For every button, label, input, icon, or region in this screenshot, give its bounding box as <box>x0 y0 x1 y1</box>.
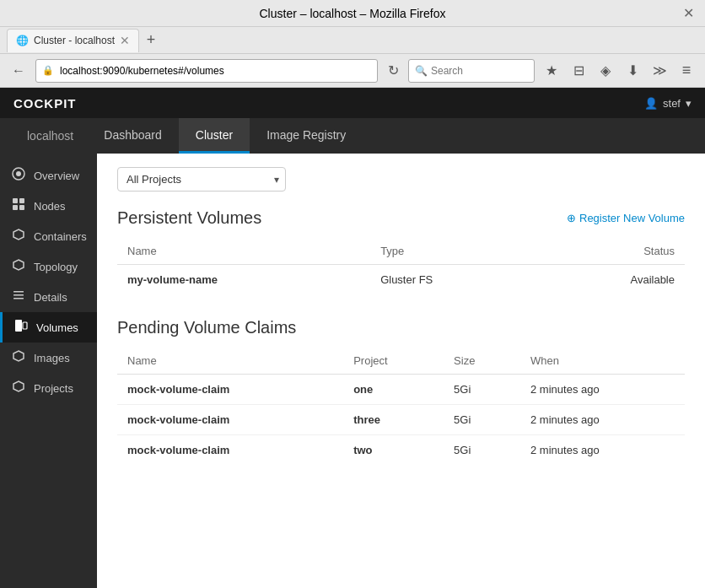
claim-size-2: 5Gi <box>444 435 520 466</box>
sidebar-label-volumes: Volumes <box>36 321 78 334</box>
reader-button[interactable]: ⊟ <box>567 59 590 83</box>
sidebar-label-overview: Overview <box>34 170 79 182</box>
sidebar-label-details: Details <box>34 291 67 304</box>
more-tools-button[interactable]: ≫ <box>648 59 671 83</box>
project-selector: All Projects one two three ▾ <box>117 167 685 192</box>
persistent-volumes-header: Persistent Volumes ⊕ Register New Volume <box>117 208 685 228</box>
nav-tabs: localhost Dashboard Cluster Image Regist… <box>0 118 705 154</box>
sidebar-item-images[interactable]: Images <box>0 343 97 373</box>
sidebar-label-images: Images <box>34 352 70 364</box>
persistent-volumes-thead: Name Type Status <box>117 238 685 265</box>
tab-close-button[interactable]: ✕ <box>120 34 130 47</box>
tab-bar: 🌐 Cluster - localhost ✕ + <box>0 27 705 54</box>
pending-volume-claims-title: Pending Volume Claims <box>117 318 685 337</box>
user-avatar-icon: 👤 <box>644 97 658 110</box>
browser-toolbar: ← 🔒 ↻ 🔍 ★ ⊟ ◈ ⬇ ≫ ≡ <box>0 54 705 88</box>
browser-menu-button[interactable]: ≡ <box>675 59 698 83</box>
volume-type: Gluster FS <box>370 265 536 295</box>
svg-rect-4 <box>13 205 18 210</box>
svg-rect-9 <box>13 294 24 296</box>
sidebar-label-projects: Projects <box>34 382 73 395</box>
browser-title: Cluster – localhost – Mozilla Firefox <box>260 7 446 20</box>
sidebar-item-containers[interactable]: Containers <box>0 221 97 251</box>
table-row: my-volume-name Gluster FS Available <box>117 265 685 295</box>
user-dropdown-icon: ▾ <box>686 97 692 110</box>
nodes-icon <box>10 197 27 214</box>
claim-size-1: 5Gi <box>444 405 520 435</box>
svg-marker-14 <box>13 381 24 391</box>
topology-icon <box>10 258 27 275</box>
download-button[interactable]: ⬇ <box>621 59 644 83</box>
svg-rect-11 <box>15 320 22 332</box>
sidebar-item-nodes[interactable]: Nodes <box>0 191 97 221</box>
browser-search-input[interactable] <box>408 59 535 83</box>
browser-close-button[interactable]: ✕ <box>681 7 695 20</box>
table-row: mock-volume-claim one 5Gi 2 minutes ago <box>117 375 685 405</box>
username: stef <box>663 97 681 110</box>
svg-marker-13 <box>13 351 24 361</box>
persistent-volumes-title: Persistent Volumes <box>117 208 261 228</box>
claim-size-0: 5Gi <box>444 375 520 405</box>
user-menu[interactable]: 👤 stef ▾ <box>644 97 692 110</box>
svg-marker-6 <box>13 229 24 240</box>
sidebar-label-topology: Topology <box>34 261 78 273</box>
reload-button[interactable]: ↻ <box>383 61 403 81</box>
sidebar-item-projects[interactable]: Projects <box>0 373 97 403</box>
claim-when-1: 2 minutes ago <box>520 405 685 435</box>
col-name: Name <box>117 238 370 265</box>
col-claim-when: When <box>520 348 685 375</box>
svg-rect-2 <box>13 198 18 203</box>
cockpit-topbar: COCKPIT 👤 stef ▾ <box>0 88 705 118</box>
svg-rect-10 <box>13 298 24 299</box>
app-container: COCKPIT 👤 stef ▾ localhost Dashboard Clu… <box>0 88 705 588</box>
tab-cluster[interactable]: Cluster <box>179 118 250 154</box>
overview-icon <box>10 167 27 184</box>
new-tab-button[interactable]: + <box>139 29 163 52</box>
sidebar: Overview Nodes Containers Topology <box>0 154 97 588</box>
pending-claims-tbody: mock-volume-claim one 5Gi 2 minutes ago … <box>117 375 685 466</box>
svg-rect-8 <box>13 291 24 293</box>
svg-point-1 <box>16 171 21 176</box>
svg-rect-12 <box>23 322 27 329</box>
claim-name-0: mock-volume-claim <box>117 375 343 405</box>
nav-host[interactable]: localhost <box>13 118 87 154</box>
containers-icon <box>10 228 27 245</box>
main-layout: Overview Nodes Containers Topology <box>0 154 705 588</box>
claim-when-2: 2 minutes ago <box>520 435 685 466</box>
col-claim-project: Project <box>343 348 444 375</box>
register-new-volume-link[interactable]: ⊕ Register New Volume <box>567 212 685 224</box>
claim-project-1: three <box>343 405 444 435</box>
content-area: All Projects one two three ▾ Persistent … <box>97 154 705 588</box>
claim-project-0: one <box>343 375 444 405</box>
sidebar-item-details[interactable]: Details <box>0 282 97 312</box>
svg-rect-5 <box>19 205 24 210</box>
toolbar-icons: ★ ⊟ ◈ ⬇ ≫ ≡ <box>540 59 698 83</box>
register-icon: ⊕ <box>567 212 576 224</box>
table-row: mock-volume-claim three 5Gi 2 minutes ag… <box>117 405 685 435</box>
sidebar-label-nodes: Nodes <box>34 200 66 213</box>
col-claim-size: Size <box>444 348 520 375</box>
col-claim-name: Name <box>117 348 343 375</box>
sidebar-item-topology[interactable]: Topology <box>0 251 97 282</box>
tab-image-registry[interactable]: Image Registry <box>250 118 363 154</box>
project-select[interactable]: All Projects one two three <box>117 167 286 192</box>
pending-volume-claims-table: Name Project Size When mock-volume-claim… <box>117 348 685 465</box>
project-select-wrapper: All Projects one two three ▾ <box>117 167 286 192</box>
volumes-icon <box>13 319 30 336</box>
browser-tab[interactable]: 🌐 Cluster - localhost ✕ <box>7 29 139 52</box>
sidebar-item-overview[interactable]: Overview <box>0 160 97 191</box>
address-bar[interactable] <box>35 59 378 83</box>
images-icon <box>10 349 27 366</box>
browser-titlebar: Cluster – localhost – Mozilla Firefox ✕ <box>0 0 705 27</box>
tab-dashboard[interactable]: Dashboard <box>87 118 179 154</box>
back-button[interactable]: ← <box>7 59 30 83</box>
cockpit-brand: COCKPIT <box>13 96 77 111</box>
pocket-button[interactable]: ◈ <box>594 59 617 83</box>
svg-marker-7 <box>13 260 24 270</box>
sidebar-item-volumes[interactable]: Volumes <box>0 312 97 343</box>
col-status: Status <box>537 238 685 265</box>
persistent-volumes-table: Name Type Status my-volume-name Gluster … <box>117 238 685 294</box>
details-icon <box>10 289 27 305</box>
table-row: mock-volume-claim two 5Gi 2 minutes ago <box>117 435 685 466</box>
bookmark-button[interactable]: ★ <box>540 59 563 83</box>
